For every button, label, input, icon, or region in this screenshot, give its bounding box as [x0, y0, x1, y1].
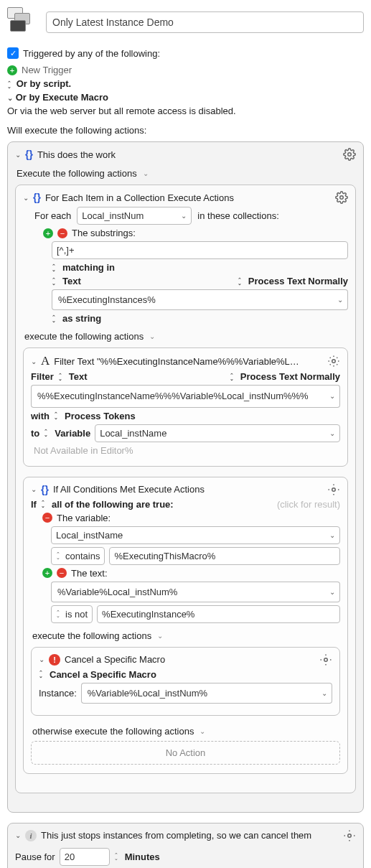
minus-icon[interactable]: − [42, 513, 52, 523]
group-title: This does the work [37, 149, 339, 160]
or-by-execute-macro: Or by Execute Macro [16, 92, 108, 103]
gear-icon[interactable] [319, 653, 332, 666]
chevron-down-icon[interactable]: ⌄ [7, 94, 13, 102]
to-type: Variable [55, 428, 90, 439]
for-each-group[interactable]: ⌄ {} For Each Item in a Collection Execu… [15, 185, 356, 793]
click-for-result[interactable]: (click for result) [277, 499, 340, 510]
to-variable-select[interactable]: Local_instName⌄ [95, 424, 340, 442]
updown-icon [56, 610, 60, 617]
in-collections-label: in these collections: [197, 210, 278, 221]
chevron-down-icon[interactable]: ⌄ [39, 655, 44, 663]
text-source-label: Text [62, 276, 81, 286]
updown-icon[interactable] [41, 500, 45, 508]
updown-icon[interactable] [52, 264, 56, 271]
matching-in-label: matching in [62, 262, 115, 273]
filter-text-action[interactable]: ⌄ A Filter Text "%%ExecutingInstanceName… [23, 347, 348, 467]
pause-value-input[interactable] [60, 848, 110, 866]
not-available-note: Not Available in Editor% [34, 445, 340, 456]
updown-icon[interactable] [54, 412, 58, 419]
updown-icon[interactable] [114, 853, 118, 860]
updown-icon[interactable] [238, 278, 242, 285]
updown-icon[interactable] [52, 278, 56, 285]
otherwise-label: otherwise execute the following actions [32, 726, 194, 737]
chevron-down-icon[interactable]: ⌄ [15, 831, 21, 839]
if-mode: all of the following are true: [52, 499, 174, 510]
triggered-checkbox[interactable]: ✓ [7, 47, 19, 59]
chevron-down-icon[interactable]: ⌄ [23, 194, 29, 202]
braces-icon: {} [33, 192, 41, 203]
variable-name-select[interactable]: Local_instName⌄ [51, 526, 340, 544]
is-not-select[interactable]: is not [51, 605, 93, 623]
execute-actions-label: execute the following actions [32, 630, 151, 641]
triggered-label: Triggered by any of the following: [23, 48, 160, 59]
token-dropdown-button[interactable]: ⌄ [333, 289, 348, 310]
text-condition-input[interactable]: %Variable%Local_instNum% [51, 582, 325, 602]
contains-select[interactable]: contains [51, 547, 105, 565]
minus-icon[interactable]: − [57, 228, 67, 238]
gear-icon[interactable] [343, 829, 356, 842]
cancel-icon: ! [49, 654, 60, 666]
svg-point-4 [324, 658, 328, 661]
gear-icon[interactable] [343, 148, 356, 161]
group-does-the-work[interactable]: ⌄ {} This does the work Execute the foll… [7, 141, 364, 813]
updown-icon[interactable] [52, 315, 56, 322]
minus-icon[interactable]: − [57, 568, 67, 578]
macro-name-input[interactable] [46, 11, 364, 33]
execute-actions-label: execute the following actions [24, 331, 144, 342]
svg-point-0 [348, 153, 352, 157]
updown-icon[interactable] [58, 373, 62, 381]
chevron-down-icon[interactable]: ⌄ [143, 169, 149, 177]
if-conditions-action[interactable]: ⌄ {} If All Conditions Met Execute Actio… [23, 477, 348, 774]
filter-source-input[interactable]: %%ExecutingInstanceName%%%Variable%Local… [31, 385, 325, 408]
group-stops-instances[interactable]: ⌄ i This just stops instances from compl… [7, 823, 364, 868]
info-icon: i [25, 830, 37, 841]
contains-value-input[interactable] [109, 547, 340, 565]
chevron-down-icon[interactable]: ⌄ [31, 358, 37, 365]
gear-icon[interactable] [327, 483, 340, 496]
chevron-down-icon[interactable]: ⌄ [149, 332, 155, 340]
filter-title: Filter Text "%%ExecutingInstanceName%%%V… [54, 356, 323, 367]
svg-point-2 [332, 360, 336, 363]
with-value: Process Tokens [65, 411, 136, 421]
cancel-title: Cancel a Specific Macro [65, 654, 315, 665]
source-text-input[interactable]: %ExecutingInstances% [52, 289, 333, 310]
token-dropdown-button[interactable]: ⌄ [325, 385, 340, 408]
will-execute-header: Will execute the following actions: [7, 125, 364, 136]
cancel-mode: Cancel a Specific Macro [50, 669, 156, 680]
chevron-down-icon[interactable]: ⌄ [157, 632, 163, 640]
chevron-down-icon[interactable]: ⌄ [199, 727, 205, 735]
for-each-title: For Each Item in a Collection Execute Ac… [45, 192, 331, 203]
filter-label: Filter [31, 371, 54, 382]
gear-icon[interactable] [335, 191, 348, 204]
chevron-down-icon[interactable]: ⌄ [31, 485, 37, 493]
execute-actions-label: Execute the following actions [17, 168, 137, 179]
or-by-script: Or by script. [17, 78, 72, 89]
plus-icon[interactable]: + [42, 568, 52, 578]
gear-icon[interactable] [327, 355, 340, 368]
new-trigger-button[interactable]: + New Trigger [7, 65, 364, 75]
updown-icon[interactable] [7, 81, 11, 88]
no-action-placeholder[interactable]: No Action [31, 741, 340, 765]
filter-text-label: Text [69, 371, 88, 382]
plus-icon[interactable]: + [43, 228, 53, 238]
filter-icon: A [41, 354, 50, 368]
substrings-input[interactable] [52, 241, 348, 259]
pause-unit: Minutes [125, 851, 160, 862]
braces-icon: {} [25, 149, 33, 160]
token-dropdown-button[interactable]: ⌄ [317, 683, 332, 704]
process-text-normally: Process Text Normally [240, 371, 340, 382]
for-each-variable-select[interactable]: Local_instNum⌄ [77, 207, 192, 225]
updown-icon[interactable] [230, 373, 234, 381]
is-not-value-input[interactable] [97, 605, 340, 623]
updown-icon[interactable] [39, 671, 43, 678]
as-string-label: as string [62, 313, 101, 324]
app-icon [7, 7, 37, 37]
chevron-down-icon[interactable]: ⌄ [15, 151, 21, 159]
instance-input[interactable]: %Variable%Local_instNum% [81, 683, 318, 704]
instance-label: Instance: [39, 688, 77, 699]
braces-icon: {} [41, 484, 49, 495]
cancel-macro-action[interactable]: ⌄ ! Cancel a Specific Macro Cancel a Spe… [31, 647, 340, 716]
updown-icon[interactable] [44, 429, 48, 437]
svg-point-5 [348, 834, 352, 837]
token-dropdown-button[interactable]: ⌄ [325, 582, 340, 602]
